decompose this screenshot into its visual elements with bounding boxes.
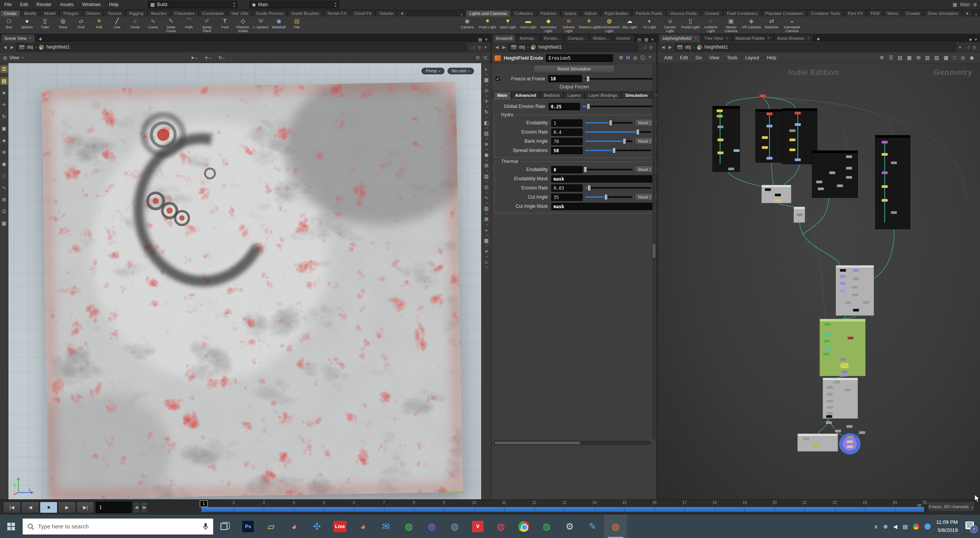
node-chip[interactable] bbox=[795, 123, 801, 126]
node-chip[interactable] bbox=[851, 286, 858, 289]
mirror-icon[interactable]: ▧▾ bbox=[483, 173, 490, 180]
microphone-icon[interactable] bbox=[203, 523, 209, 530]
info-tool-icon[interactable]: ☲ bbox=[0, 208, 8, 215]
follow-icon[interactable]: ◎ bbox=[478, 45, 482, 50]
timeline-frame-15[interactable]: 15 bbox=[622, 501, 626, 505]
network-menu-add[interactable]: Add bbox=[660, 52, 676, 63]
crumb-obj[interactable]: obj bbox=[685, 44, 691, 50]
forward-icon[interactable]: ▶ bbox=[501, 45, 506, 50]
translate-tool-icon[interactable]: ✛ bbox=[0, 101, 8, 109]
node-chip[interactable] bbox=[840, 282, 846, 285]
fog-icon[interactable]: ≋▾ bbox=[483, 140, 490, 148]
close-icon[interactable]: ✕ bbox=[694, 36, 697, 40]
shelf-tab-collisions[interactable]: Collisions bbox=[511, 10, 536, 16]
node-chip[interactable] bbox=[818, 187, 824, 190]
bg-image-icon[interactable]: ▥▾ bbox=[483, 205, 490, 212]
timeline-frame-4[interactable]: 4 bbox=[293, 501, 295, 505]
node-chip[interactable] bbox=[839, 290, 845, 292]
freeze-value-field[interactable]: 10 bbox=[548, 75, 582, 82]
node-chip[interactable] bbox=[789, 139, 795, 141]
timeline-range-bar[interactable] bbox=[201, 507, 924, 512]
jump-start-button[interactable]: |◀ bbox=[3, 502, 21, 513]
spinner-icon[interactable]: ▴▾ bbox=[233, 1, 235, 8]
shelf-tab-grains[interactable]: Grains bbox=[560, 10, 580, 16]
shelf-tab-volume[interactable]: Volume bbox=[376, 10, 397, 16]
shelf-tool-metaball[interactable]: ◉Metaball bbox=[270, 16, 288, 34]
horizontal-scrollbar[interactable] bbox=[493, 441, 650, 445]
param-field-global-erosion-rate[interactable]: 0.25 bbox=[549, 103, 580, 110]
timeline-frame-10[interactable]: 10 bbox=[472, 501, 476, 505]
shelf-tool-vr-camera[interactable]: ◈VR Camera bbox=[741, 16, 761, 34]
forward-icon[interactable]: ▶ bbox=[9, 45, 15, 50]
breadcrumb[interactable]: obj › heightfield1 bbox=[16, 43, 466, 51]
shelf-tool-switcher[interactable]: ⇄Switcher bbox=[761, 16, 782, 34]
persp-view-button[interactable]: Persp ▾ bbox=[421, 68, 444, 74]
current-node-chip[interactable] bbox=[841, 364, 848, 367]
pane-tab-motion[interactable]: Motion...✕ bbox=[590, 34, 612, 42]
node-chip[interactable] bbox=[789, 129, 795, 132]
info-icon[interactable]: ⓘ bbox=[640, 55, 645, 62]
taskbar-app-whatsapp[interactable]: ◍ bbox=[397, 515, 420, 538]
slider-handle[interactable] bbox=[636, 129, 640, 135]
node-chip[interactable] bbox=[826, 421, 832, 424]
node-chip[interactable] bbox=[852, 293, 858, 296]
snapshot-icon[interactable]: ◎▾ bbox=[483, 183, 490, 191]
param-slider-cut-angle[interactable] bbox=[585, 194, 632, 201]
taskbar-app-chrome[interactable] bbox=[512, 515, 535, 538]
grid-tool-icon[interactable]: ▦ bbox=[0, 220, 8, 227]
shelf-tab-particle-fluids[interactable]: Particle Fluids bbox=[632, 10, 666, 16]
node-chip[interactable] bbox=[882, 199, 888, 202]
param-field-spread-iterations[interactable]: 50 bbox=[551, 147, 583, 154]
shelf-tab-rigging[interactable]: Rigging bbox=[125, 10, 147, 16]
search-icon[interactable]: ◎ bbox=[633, 55, 637, 62]
shelf-tool-grid[interactable]: ▱Grid bbox=[72, 16, 90, 34]
node-chip[interactable] bbox=[765, 188, 771, 191]
back-icon[interactable]: ◀ bbox=[660, 45, 666, 50]
shelf-tool-draw-curve[interactable]: ✎Draw Curve bbox=[162, 16, 180, 34]
pin-pane-icon[interactable]: →| bbox=[964, 45, 970, 50]
node-chip[interactable] bbox=[827, 393, 833, 396]
shelf-tab-container-tools[interactable]: Container Tools bbox=[807, 10, 844, 16]
tray-volume-icon[interactable]: ◀ bbox=[893, 523, 897, 530]
shelf-tab-deform[interactable]: Deform bbox=[82, 10, 104, 16]
node-chip[interactable] bbox=[803, 437, 809, 440]
node-chip[interactable] bbox=[891, 211, 897, 214]
pane-tab-render[interactable]: Render...✕ bbox=[541, 34, 564, 42]
node-chip[interactable] bbox=[853, 309, 859, 311]
shelf-tab-oceans[interactable]: Oceans bbox=[701, 10, 723, 16]
mask-tool-icon[interactable]: ⊞ bbox=[0, 196, 8, 204]
shelf-tab-muscles[interactable]: Muscles bbox=[147, 10, 170, 16]
scene-selector[interactable]: ◉ Main ▴▾ bbox=[249, 1, 339, 8]
vertical-scrollbar[interactable] bbox=[652, 64, 656, 439]
turntable-icon[interactable]: ↻▾ bbox=[483, 108, 490, 116]
shelf-tool-gi-light[interactable]: ◐GI Light bbox=[640, 16, 660, 34]
tile-icon[interactable]: ▩▾ bbox=[483, 237, 490, 245]
node-chip[interactable] bbox=[813, 444, 819, 447]
node-chip[interactable] bbox=[840, 269, 846, 272]
chevron-down-icon[interactable]: ▾ bbox=[22, 56, 24, 59]
slider-handle[interactable] bbox=[604, 194, 608, 200]
shelf-tool-ambient-light[interactable]: ◌Ambient Light bbox=[701, 16, 721, 34]
taskbar-app-krita[interactable]: ◕ bbox=[283, 515, 305, 538]
taskbar-app-vivaldi[interactable]: V bbox=[466, 515, 489, 538]
shelf-more-icon[interactable]: ▾ bbox=[972, 13, 980, 16]
translate-cursor-icon[interactable]: ✛▾ bbox=[204, 55, 211, 60]
crumb-node[interactable]: heightfield1 bbox=[538, 44, 562, 50]
stop-button[interactable]: ■ bbox=[40, 502, 57, 513]
param-tab-simulation[interactable]: Simulation bbox=[621, 91, 652, 99]
step-forward-button[interactable]: |▶ bbox=[141, 502, 148, 513]
param-slider-global-erosion-rate[interactable] bbox=[582, 103, 654, 110]
shelf-tab-drive-simulation[interactable]: Drive Simulation bbox=[924, 10, 962, 16]
freeze-slider[interactable] bbox=[585, 75, 653, 82]
node-chip[interactable] bbox=[824, 340, 830, 342]
node-chip[interactable] bbox=[859, 431, 865, 434]
network-box[interactable] bbox=[836, 265, 874, 316]
shelf-tool-platonic-solids[interactable]: ◇Platonic Solids bbox=[234, 16, 252, 34]
task-view-button[interactable] bbox=[214, 515, 237, 538]
bars-icon[interactable]: ≡▾ bbox=[483, 248, 490, 255]
param-tab-layers[interactable]: Layers bbox=[564, 91, 585, 99]
menu-render[interactable]: Render bbox=[32, 0, 56, 10]
timeline-frame-3[interactable]: 3 bbox=[263, 501, 265, 505]
network-box[interactable] bbox=[797, 434, 838, 452]
taskbar-app-opera[interactable]: ◍ bbox=[489, 515, 512, 538]
